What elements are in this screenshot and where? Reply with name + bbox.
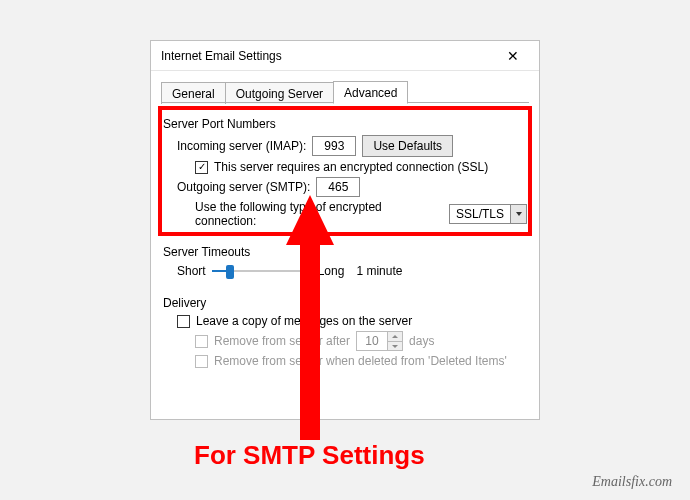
group-title-delivery: Delivery xyxy=(163,296,527,310)
remove-after-row: Remove from server after 10 days xyxy=(195,331,527,351)
leave-copy-row: Leave a copy of messages on the server xyxy=(177,314,527,328)
remove-after-label: Remove from server after xyxy=(214,334,350,348)
remove-after-suffix: days xyxy=(409,334,434,348)
outgoing-port-input[interactable] xyxy=(316,177,360,197)
outgoing-label: Outgoing server (SMTP): xyxy=(177,180,310,194)
timeout-value: 1 minute xyxy=(356,264,402,278)
incoming-row: Incoming server (IMAP): Use Defaults xyxy=(177,135,527,157)
incoming-port-input[interactable] xyxy=(312,136,356,156)
tab-row: General Outgoing Server Advanced xyxy=(151,71,539,103)
remove-deleted-row: Remove from server when deleted from 'De… xyxy=(195,354,527,368)
remove-after-value: 10 xyxy=(357,332,387,350)
close-button[interactable]: ✕ xyxy=(493,42,533,70)
remove-deleted-label: Remove from server when deleted from 'De… xyxy=(214,354,507,368)
server-port-numbers-group: Server Port Numbers Incoming server (IMA… xyxy=(163,111,527,235)
leave-copy-checkbox[interactable] xyxy=(177,315,190,328)
remove-after-checkbox xyxy=(195,335,208,348)
group-title-timeouts: Server Timeouts xyxy=(163,245,527,259)
ssl-checkbox[interactable]: ✓ xyxy=(195,161,208,174)
watermark: Emailsfix.com xyxy=(592,474,672,490)
tab-advanced[interactable]: Advanced xyxy=(333,81,408,104)
enc-type-select[interactable]: SSL/TLS xyxy=(449,204,527,224)
enc-type-value: SSL/TLS xyxy=(450,207,510,221)
annotation-caption: For SMTP Settings xyxy=(194,440,425,471)
tab-outgoing-server[interactable]: Outgoing Server xyxy=(225,82,334,104)
outgoing-row: Outgoing server (SMTP): xyxy=(177,177,527,197)
use-defaults-button[interactable]: Use Defaults xyxy=(362,135,453,157)
close-icon: ✕ xyxy=(507,48,519,64)
delivery-group: Delivery Leave a copy of messages on the… xyxy=(163,290,527,375)
group-title-ports: Server Port Numbers xyxy=(163,117,527,131)
timeout-row: Short Long 1 minute xyxy=(177,263,527,279)
timeout-short-label: Short xyxy=(177,264,206,278)
spinner-up-icon xyxy=(388,332,402,341)
leave-copy-label: Leave a copy of messages on the server xyxy=(196,314,412,328)
spinner-down-icon xyxy=(388,341,402,350)
ssl-label: This server requires an encrypted connec… xyxy=(214,160,488,174)
remove-after-spinner: 10 xyxy=(356,331,403,351)
tab-general[interactable]: General xyxy=(161,82,226,104)
titlebar: Internet Email Settings ✕ xyxy=(151,41,539,71)
chevron-down-icon xyxy=(510,205,526,223)
ssl-row: ✓ This server requires an encrypted conn… xyxy=(195,160,527,174)
enc-type-label: Use the following type of encrypted conn… xyxy=(195,200,443,228)
timeout-long-label: Long xyxy=(318,264,345,278)
enc-type-row: Use the following type of encrypted conn… xyxy=(195,200,527,228)
dialog-title: Internet Email Settings xyxy=(161,49,493,63)
remove-deleted-checkbox xyxy=(195,355,208,368)
incoming-label: Incoming server (IMAP): xyxy=(177,139,306,153)
advanced-panel: Server Port Numbers Incoming server (IMA… xyxy=(151,103,539,387)
email-settings-dialog: Internet Email Settings ✕ General Outgoi… xyxy=(150,40,540,420)
timeout-slider[interactable] xyxy=(212,263,312,279)
server-timeouts-group: Server Timeouts Short Long 1 minute xyxy=(163,239,527,286)
